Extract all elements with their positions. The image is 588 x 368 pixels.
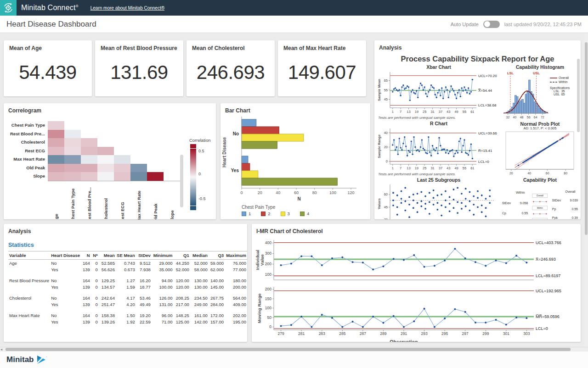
svg-text:55: 55 [463, 110, 466, 114]
svg-text:281: 281 [298, 331, 305, 336]
svg-text:13: 13 [407, 166, 410, 170]
correlogram-cell[interactable] [48, 121, 64, 130]
vertical-scrollbar[interactable] [584, 33, 588, 347]
toggle-knob [484, 21, 490, 27]
correlogram-cell[interactable] [147, 172, 164, 181]
correlogram-cell[interactable] [64, 147, 81, 156]
svg-text:61: 61 [470, 166, 474, 170]
correlogram-cell[interactable] [97, 155, 114, 164]
correlogram-row-label: Max Heart Rate [6, 155, 45, 164]
correlogram-scrollbar[interactable] [180, 155, 183, 207]
table-row: Yes139056.6260.6737.93835.00052.00058.00… [8, 266, 247, 273]
svg-text:LCL=0: LCL=0 [478, 160, 489, 164]
correlogram-cell[interactable] [64, 164, 81, 173]
correlogram-cell[interactable] [114, 155, 130, 164]
correlogram-col-label: Slope [170, 183, 175, 219]
legend-item[interactable]: 4 [300, 211, 309, 216]
stats-col-header: Mean [99, 251, 116, 260]
svg-text:200: 200 [265, 262, 271, 266]
svg-text:UCL=70.20: UCL=70.20 [478, 74, 497, 78]
minitab-connect-logo[interactable] [0, 0, 17, 16]
svg-text:LSL: LSL [507, 71, 514, 75]
correlogram-cell[interactable] [97, 147, 114, 156]
stats-col-header: Maximum [225, 251, 247, 260]
correlogram-cell[interactable] [48, 138, 64, 147]
stats-col-header: N [81, 251, 91, 260]
correlogram-row-label: Old Peak [6, 164, 45, 173]
panel-title: Analysis [4, 224, 247, 236]
correlogram-cell[interactable] [64, 138, 81, 147]
correlogram-cell[interactable] [81, 172, 97, 181]
learn-more-link[interactable]: Learn more about Minitab Connect® [90, 6, 164, 11]
stats-col-header: Median [190, 251, 209, 260]
bar-chart-panel: Bar Chart NoYes020406080100120NHeart Dis… [220, 103, 370, 219]
panel-title: Analysis [374, 40, 581, 53]
correlogram-cell[interactable] [97, 164, 114, 173]
correlogram-cell[interactable] [48, 147, 64, 156]
legend-item[interactable]: 2 [261, 211, 270, 216]
footer: Minitab ' [0, 351, 588, 368]
kpi-value: 246.693 [187, 61, 275, 84]
correlogram-cell[interactable] [130, 172, 147, 181]
stats-col-header: SE Mean [116, 251, 136, 260]
hscroll-thumb[interactable] [6, 348, 571, 351]
correlogram-col-label: Cholesterol [103, 183, 108, 219]
correlogram-cell[interactable] [130, 164, 147, 173]
svg-text:UCL=192.965: UCL=192.965 [536, 289, 561, 293]
correlogram-cell[interactable] [48, 130, 64, 139]
xbar-chart-title: Xbar Chart [376, 64, 501, 70]
correlogram-cell[interactable] [48, 155, 64, 164]
svg-text:56: 56 [527, 116, 531, 119]
svg-text:287: 287 [360, 331, 366, 336]
svg-text:120: 120 [348, 190, 355, 195]
horizontal-scrollbar[interactable]: ◂ [0, 347, 588, 351]
correlogram-cell[interactable] [81, 155, 97, 164]
correlogram-legend-title: Correlation [189, 138, 210, 143]
correlogram-cell[interactable] [97, 172, 114, 181]
sixpack-scrollbar[interactable] [577, 59, 580, 132]
svg-text:49: 49 [454, 110, 458, 114]
scroll-left-arrow[interactable]: ◂ [0, 347, 2, 351]
correlogram-cell[interactable] [114, 164, 130, 173]
svg-text:100: 100 [265, 272, 271, 277]
correlogram-cell[interactable] [114, 172, 130, 181]
statistics-heading: Statistics [4, 236, 247, 251]
svg-text:X̄=246.693: X̄=246.693 [536, 257, 556, 262]
svg-text:Moving Range: Moving Range [257, 294, 262, 323]
correlation-colorbar [190, 144, 196, 210]
correlogram-cell[interactable] [64, 155, 81, 164]
kpi-card-mean-rest-bp: Mean of Rest Blood Pressure 131.69 [95, 40, 183, 96]
top-bar: Minitab Connect® Learn more about Minita… [0, 0, 588, 16]
svg-text:M̅R̅=59.0596: M̅R̅=59.0596 [536, 314, 560, 319]
vscroll-thumb[interactable] [585, 42, 588, 235]
svg-text:283: 283 [319, 331, 325, 336]
legend-item[interactable]: 3 [281, 211, 290, 216]
correlogram-col-label: Chest Pain Type [70, 183, 75, 219]
correlogram-cell[interactable] [48, 172, 64, 181]
trademark-mark: ' [46, 356, 47, 360]
correlogram-cell[interactable] [81, 164, 97, 173]
auto-update-toggle[interactable] [483, 21, 500, 28]
legend-item[interactable]: 1 [242, 211, 251, 216]
svg-text:20: 20 [509, 172, 513, 175]
stats-col-header: Minimum [152, 251, 174, 260]
capability-plot: WithinStDev9.058Cp0.55Cpk0.39PPM137752.6… [501, 184, 579, 219]
svg-text:303: 303 [523, 331, 530, 336]
svg-text:Sample Range: Sample Range [377, 134, 381, 158]
legend-title: Chest Pain Type [242, 205, 370, 210]
svg-text:19: 19 [415, 110, 418, 114]
correlogram-cell[interactable] [81, 138, 97, 147]
correlogram-cell[interactable] [64, 172, 81, 181]
minitab-arrow-logo-icon [37, 356, 46, 364]
xbar-note: Tests are performed with unequal sample … [378, 116, 501, 120]
table-row: Rest Blood PressureNo1640129.251.2716.20… [8, 277, 247, 284]
correlogram-cell[interactable] [48, 164, 64, 173]
svg-text:Within: Within [537, 207, 543, 209]
dashboard-canvas: Mean of Age 54.439 Mean of Rest Blood Pr… [0, 33, 588, 368]
correlogram-cell[interactable] [81, 147, 97, 156]
correlogram-cell[interactable] [64, 130, 81, 139]
svg-text:285: 285 [339, 331, 345, 336]
svg-text:20: 20 [258, 190, 262, 195]
grouped-bar-chart: NoYes020406080100120NHeart Disease [220, 116, 370, 204]
svg-text:LCL=38.68: LCL=38.68 [478, 103, 497, 107]
